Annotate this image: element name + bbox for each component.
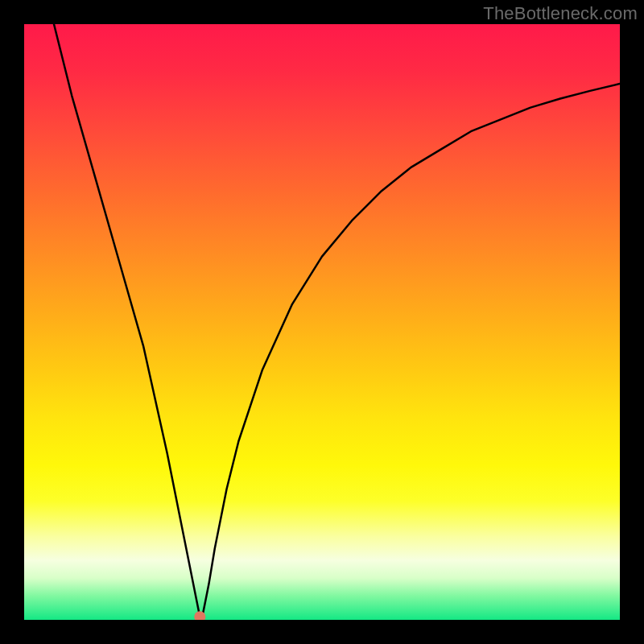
chart-frame: TheBottleneck.com — [0, 0, 644, 644]
watermark-text: TheBottleneck.com — [483, 3, 638, 24]
plot-area — [24, 24, 620, 620]
